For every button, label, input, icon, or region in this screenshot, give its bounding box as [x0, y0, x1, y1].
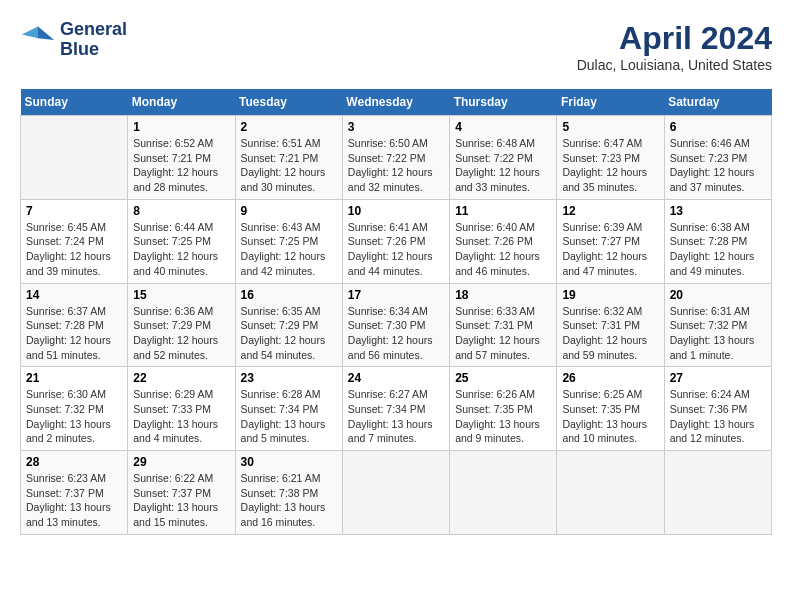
- calendar-cell: 11Sunrise: 6:40 AM Sunset: 7:26 PM Dayli…: [450, 199, 557, 283]
- day-info: Sunrise: 6:24 AM Sunset: 7:36 PM Dayligh…: [670, 387, 766, 446]
- calendar-cell: 1Sunrise: 6:52 AM Sunset: 7:21 PM Daylig…: [128, 116, 235, 200]
- svg-marker-0: [38, 26, 54, 40]
- header-tuesday: Tuesday: [235, 89, 342, 116]
- calendar-cell: [21, 116, 128, 200]
- calendar-cell: [450, 451, 557, 535]
- day-number: 13: [670, 204, 766, 218]
- calendar-week-3: 14Sunrise: 6:37 AM Sunset: 7:28 PM Dayli…: [21, 283, 772, 367]
- day-info: Sunrise: 6:33 AM Sunset: 7:31 PM Dayligh…: [455, 304, 551, 363]
- calendar-cell: 7Sunrise: 6:45 AM Sunset: 7:24 PM Daylig…: [21, 199, 128, 283]
- calendar-cell: [664, 451, 771, 535]
- day-number: 8: [133, 204, 229, 218]
- calendar-cell: 21Sunrise: 6:30 AM Sunset: 7:32 PM Dayli…: [21, 367, 128, 451]
- day-info: Sunrise: 6:52 AM Sunset: 7:21 PM Dayligh…: [133, 136, 229, 195]
- day-info: Sunrise: 6:44 AM Sunset: 7:25 PM Dayligh…: [133, 220, 229, 279]
- day-number: 27: [670, 371, 766, 385]
- day-number: 28: [26, 455, 122, 469]
- day-number: 9: [241, 204, 337, 218]
- calendar-cell: [557, 451, 664, 535]
- header-friday: Friday: [557, 89, 664, 116]
- day-info: Sunrise: 6:45 AM Sunset: 7:24 PM Dayligh…: [26, 220, 122, 279]
- day-number: 12: [562, 204, 658, 218]
- calendar-cell: 30Sunrise: 6:21 AM Sunset: 7:38 PM Dayli…: [235, 451, 342, 535]
- calendar-cell: 3Sunrise: 6:50 AM Sunset: 7:22 PM Daylig…: [342, 116, 449, 200]
- day-number: 30: [241, 455, 337, 469]
- calendar-cell: 13Sunrise: 6:38 AM Sunset: 7:28 PM Dayli…: [664, 199, 771, 283]
- day-info: Sunrise: 6:29 AM Sunset: 7:33 PM Dayligh…: [133, 387, 229, 446]
- calendar-cell: 25Sunrise: 6:26 AM Sunset: 7:35 PM Dayli…: [450, 367, 557, 451]
- calendar-cell: 23Sunrise: 6:28 AM Sunset: 7:34 PM Dayli…: [235, 367, 342, 451]
- day-number: 26: [562, 371, 658, 385]
- header-thursday: Thursday: [450, 89, 557, 116]
- day-info: Sunrise: 6:46 AM Sunset: 7:23 PM Dayligh…: [670, 136, 766, 195]
- day-info: Sunrise: 6:39 AM Sunset: 7:27 PM Dayligh…: [562, 220, 658, 279]
- header-wednesday: Wednesday: [342, 89, 449, 116]
- day-number: 24: [348, 371, 444, 385]
- calendar-cell: 27Sunrise: 6:24 AM Sunset: 7:36 PM Dayli…: [664, 367, 771, 451]
- calendar-cell: [342, 451, 449, 535]
- day-number: 17: [348, 288, 444, 302]
- calendar-week-2: 7Sunrise: 6:45 AM Sunset: 7:24 PM Daylig…: [21, 199, 772, 283]
- calendar-week-4: 21Sunrise: 6:30 AM Sunset: 7:32 PM Dayli…: [21, 367, 772, 451]
- day-info: Sunrise: 6:34 AM Sunset: 7:30 PM Dayligh…: [348, 304, 444, 363]
- day-number: 25: [455, 371, 551, 385]
- calendar-cell: 26Sunrise: 6:25 AM Sunset: 7:35 PM Dayli…: [557, 367, 664, 451]
- day-number: 14: [26, 288, 122, 302]
- logo-text: General Blue: [60, 20, 127, 60]
- title-block: April 2024 Dulac, Louisiana, United Stat…: [577, 20, 772, 73]
- logo-icon: [20, 22, 56, 58]
- calendar-cell: 2Sunrise: 6:51 AM Sunset: 7:21 PM Daylig…: [235, 116, 342, 200]
- calendar-cell: 14Sunrise: 6:37 AM Sunset: 7:28 PM Dayli…: [21, 283, 128, 367]
- day-info: Sunrise: 6:27 AM Sunset: 7:34 PM Dayligh…: [348, 387, 444, 446]
- day-info: Sunrise: 6:48 AM Sunset: 7:22 PM Dayligh…: [455, 136, 551, 195]
- day-number: 18: [455, 288, 551, 302]
- calendar-cell: 9Sunrise: 6:43 AM Sunset: 7:25 PM Daylig…: [235, 199, 342, 283]
- calendar-cell: 20Sunrise: 6:31 AM Sunset: 7:32 PM Dayli…: [664, 283, 771, 367]
- day-info: Sunrise: 6:37 AM Sunset: 7:28 PM Dayligh…: [26, 304, 122, 363]
- day-info: Sunrise: 6:38 AM Sunset: 7:28 PM Dayligh…: [670, 220, 766, 279]
- day-info: Sunrise: 6:28 AM Sunset: 7:34 PM Dayligh…: [241, 387, 337, 446]
- day-info: Sunrise: 6:31 AM Sunset: 7:32 PM Dayligh…: [670, 304, 766, 363]
- calendar-cell: 22Sunrise: 6:29 AM Sunset: 7:33 PM Dayli…: [128, 367, 235, 451]
- day-number: 29: [133, 455, 229, 469]
- day-number: 10: [348, 204, 444, 218]
- calendar-cell: 16Sunrise: 6:35 AM Sunset: 7:29 PM Dayli…: [235, 283, 342, 367]
- page-header: General Blue April 2024 Dulac, Louisiana…: [20, 20, 772, 73]
- day-info: Sunrise: 6:51 AM Sunset: 7:21 PM Dayligh…: [241, 136, 337, 195]
- calendar-cell: 5Sunrise: 6:47 AM Sunset: 7:23 PM Daylig…: [557, 116, 664, 200]
- day-number: 20: [670, 288, 766, 302]
- calendar-cell: 15Sunrise: 6:36 AM Sunset: 7:29 PM Dayli…: [128, 283, 235, 367]
- day-number: 7: [26, 204, 122, 218]
- day-info: Sunrise: 6:26 AM Sunset: 7:35 PM Dayligh…: [455, 387, 551, 446]
- calendar-cell: 29Sunrise: 6:22 AM Sunset: 7:37 PM Dayli…: [128, 451, 235, 535]
- day-number: 11: [455, 204, 551, 218]
- day-number: 4: [455, 120, 551, 134]
- day-number: 16: [241, 288, 337, 302]
- calendar-cell: 8Sunrise: 6:44 AM Sunset: 7:25 PM Daylig…: [128, 199, 235, 283]
- day-number: 1: [133, 120, 229, 134]
- calendar-cell: 4Sunrise: 6:48 AM Sunset: 7:22 PM Daylig…: [450, 116, 557, 200]
- subtitle: Dulac, Louisiana, United States: [577, 57, 772, 73]
- calendar-cell: 17Sunrise: 6:34 AM Sunset: 7:30 PM Dayli…: [342, 283, 449, 367]
- day-info: Sunrise: 6:30 AM Sunset: 7:32 PM Dayligh…: [26, 387, 122, 446]
- day-info: Sunrise: 6:43 AM Sunset: 7:25 PM Dayligh…: [241, 220, 337, 279]
- calendar-table: SundayMondayTuesdayWednesdayThursdayFrid…: [20, 89, 772, 535]
- calendar-cell: 10Sunrise: 6:41 AM Sunset: 7:26 PM Dayli…: [342, 199, 449, 283]
- day-number: 6: [670, 120, 766, 134]
- day-info: Sunrise: 6:21 AM Sunset: 7:38 PM Dayligh…: [241, 471, 337, 530]
- svg-marker-1: [22, 26, 38, 38]
- header-sunday: Sunday: [21, 89, 128, 116]
- calendar-week-1: 1Sunrise: 6:52 AM Sunset: 7:21 PM Daylig…: [21, 116, 772, 200]
- calendar-cell: 24Sunrise: 6:27 AM Sunset: 7:34 PM Dayli…: [342, 367, 449, 451]
- header-saturday: Saturday: [664, 89, 771, 116]
- day-number: 3: [348, 120, 444, 134]
- day-info: Sunrise: 6:41 AM Sunset: 7:26 PM Dayligh…: [348, 220, 444, 279]
- day-info: Sunrise: 6:25 AM Sunset: 7:35 PM Dayligh…: [562, 387, 658, 446]
- day-info: Sunrise: 6:36 AM Sunset: 7:29 PM Dayligh…: [133, 304, 229, 363]
- day-number: 2: [241, 120, 337, 134]
- day-number: 19: [562, 288, 658, 302]
- header-monday: Monday: [128, 89, 235, 116]
- main-title: April 2024: [577, 20, 772, 57]
- logo: General Blue: [20, 20, 127, 60]
- day-number: 15: [133, 288, 229, 302]
